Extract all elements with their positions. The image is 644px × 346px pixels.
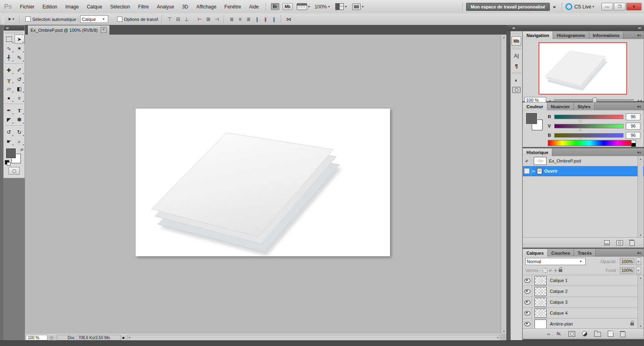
tab-histogramme[interactable]: Histogramme [553, 31, 589, 39]
3d-rotate-tool[interactable]: ↺ [4, 128, 14, 137]
black-swatch[interactable] [631, 143, 636, 147]
navigator-zoom-slider[interactable] [554, 99, 634, 101]
workspace-button[interactable]: Mon espace de travail personnalisé [466, 3, 549, 11]
zoom-in-icon[interactable]: ▲▲ [636, 98, 642, 103]
panel-menu-icon[interactable]: ▾≡ [635, 249, 644, 257]
cs-live-label[interactable]: CS Live [574, 4, 591, 10]
history-source-cell[interactable] [523, 166, 531, 176]
layer-thumbnail[interactable] [535, 298, 547, 307]
canvas-horizontal-scrollbar[interactable]: ◂ ▸ [128, 335, 500, 341]
eye-icon[interactable] [524, 278, 530, 283]
delete-layer-icon[interactable] [620, 332, 625, 337]
foreground-color-swatch[interactable] [6, 148, 16, 158]
align-vcenter-icon[interactable]: ⊟ [175, 16, 182, 23]
minimize-button[interactable]: — [601, 3, 613, 10]
visibility-cell[interactable] [523, 275, 532, 286]
align-right-icon[interactable]: ⊣ [213, 16, 220, 23]
source-checkbox[interactable] [524, 168, 530, 174]
delete-state-icon[interactable] [630, 241, 635, 246]
workspace-overflow-chevrons[interactable]: » [550, 4, 559, 10]
custom-shape-tool[interactable]: ✽ [14, 115, 25, 124]
color-spectrum-ramp[interactable] [548, 140, 632, 146]
character-panel-icon[interactable]: A| [512, 51, 521, 60]
scroll-left-icon[interactable]: ◂ [129, 336, 130, 339]
layer-name[interactable]: Calque 4 [550, 311, 568, 315]
menu-image[interactable]: Image [61, 0, 83, 13]
opacity-spinner-icon[interactable]: ▸ [636, 257, 641, 265]
close-button[interactable]: × [626, 3, 642, 10]
layer-name[interactable]: Calque 2 [550, 289, 568, 294]
layer-name[interactable]: Calque 3 [550, 300, 568, 305]
layer-row[interactable]: Calque 4 [523, 308, 644, 319]
chevron-down-icon[interactable]: ▾ [328, 5, 330, 8]
layer-row[interactable]: Calque 2 [523, 286, 644, 297]
move-tool[interactable]: ➤ [14, 35, 25, 44]
auto-select-checkbox[interactable] [25, 16, 31, 22]
history-brush-tool[interactable]: ↺ [14, 75, 25, 84]
lock-paint-icon[interactable]: ✐ [549, 268, 552, 273]
tab-traces[interactable]: Tracés [574, 249, 596, 257]
align-bottom-icon[interactable]: ⊥ [183, 16, 190, 23]
menu-analyse[interactable]: Analyse [153, 0, 178, 13]
visibility-cell[interactable] [523, 286, 532, 297]
panel-menu-icon[interactable]: ▾≡ [635, 103, 644, 110]
opacity-value[interactable]: 100% [620, 258, 634, 265]
paragraph-panel-icon[interactable]: ¶ [512, 62, 521, 70]
adjustment-layer-icon[interactable] [582, 331, 587, 336]
slider-thumb[interactable] [579, 128, 582, 131]
status-zoom-field[interactable]: 100 % [26, 335, 47, 340]
distribute-top-icon[interactable]: ≣ [228, 16, 235, 23]
crop-tool[interactable]: ╃ [4, 53, 14, 62]
auto-select-dropdown[interactable]: Calque ▾ [80, 15, 108, 23]
new-group-icon[interactable] [594, 332, 601, 337]
tab-calques[interactable]: Calques [523, 249, 548, 257]
clone-stamp-tool[interactable]: ╥ [4, 75, 14, 84]
tab-navigation[interactable]: Navigation [523, 31, 553, 39]
red-slider[interactable] [554, 115, 623, 119]
layer-thumbnail[interactable] [535, 309, 547, 318]
spot-healing-brush-tool[interactable]: ✚ [4, 66, 14, 75]
menu-edition[interactable]: Edition [39, 0, 62, 13]
tool-preset-chevron-icon[interactable]: ▾ [12, 17, 14, 21]
panel-menu-icon[interactable]: ▾≡ [635, 31, 644, 39]
menu-affichage[interactable]: Affichage [192, 0, 221, 13]
document-canvas[interactable] [136, 109, 390, 256]
lock-transparency-icon[interactable] [543, 268, 547, 273]
panel-menu-icon[interactable]: ▾≡ [635, 148, 644, 156]
layer-row[interactable]: Calque 3 [523, 297, 644, 308]
lasso-tool[interactable]: ∿ [4, 44, 14, 53]
blur-tool[interactable]: ● [4, 93, 14, 103]
scroll-up-icon[interactable]: ▴ [638, 156, 643, 161]
collapse-left-icon[interactable]: ◂◂ [512, 26, 514, 30]
default-colors-icon[interactable] [5, 160, 9, 165]
layers-scrollbar[interactable]: ▴ ▾ [638, 275, 643, 329]
mini-bridge-button[interactable]: Mb [283, 3, 292, 10]
new-layer-icon[interactable] [608, 331, 613, 337]
chevron-down-icon[interactable]: ▾ [345, 5, 347, 8]
layer-thumbnail[interactable] [535, 319, 547, 329]
tab-couleur[interactable]: Couleur [523, 103, 547, 110]
layer-name[interactable]: Calque 1 [550, 278, 568, 283]
adjustments-panel-icon[interactable]: ◐ [512, 76, 521, 84]
menu-filtre[interactable]: Filtre [134, 0, 153, 13]
blend-mode-dropdown[interactable]: Normal ▾ [525, 258, 586, 265]
link-layers-icon[interactable]: ∞ [547, 332, 550, 336]
canvas-area[interactable] [25, 35, 501, 334]
align-top-icon[interactable]: ⊤ [166, 16, 173, 23]
hand-tool[interactable]: ☛ [4, 137, 14, 146]
chevron-down-icon[interactable]: ▾ [308, 5, 310, 8]
eye-icon[interactable] [524, 311, 530, 315]
layer-row[interactable]: Calque 1 [523, 275, 644, 286]
history-snapshot-row[interactable]: ✐ Ex_OmbreP.psd [523, 156, 644, 166]
tools-collapse-header[interactable]: ◂◂ [4, 25, 25, 31]
lock-all-icon[interactable] [559, 269, 562, 272]
layer-style-icon[interactable]: fx. [557, 332, 561, 336]
green-value-field[interactable]: 96 [626, 123, 640, 130]
rectangular-marquee-tool[interactable] [4, 35, 14, 44]
scroll-up-icon[interactable]: ▴ [501, 35, 507, 40]
mini-bridge-panel-icon[interactable]: Mb [512, 36, 521, 46]
magic-wand-tool[interactable]: ✶ [14, 44, 25, 53]
red-value-field[interactable]: 96 [626, 113, 640, 120]
history-state-row[interactable]: ▷ Ouvrir [523, 166, 644, 176]
layer-name[interactable]: Arrière-plan [550, 321, 573, 326]
